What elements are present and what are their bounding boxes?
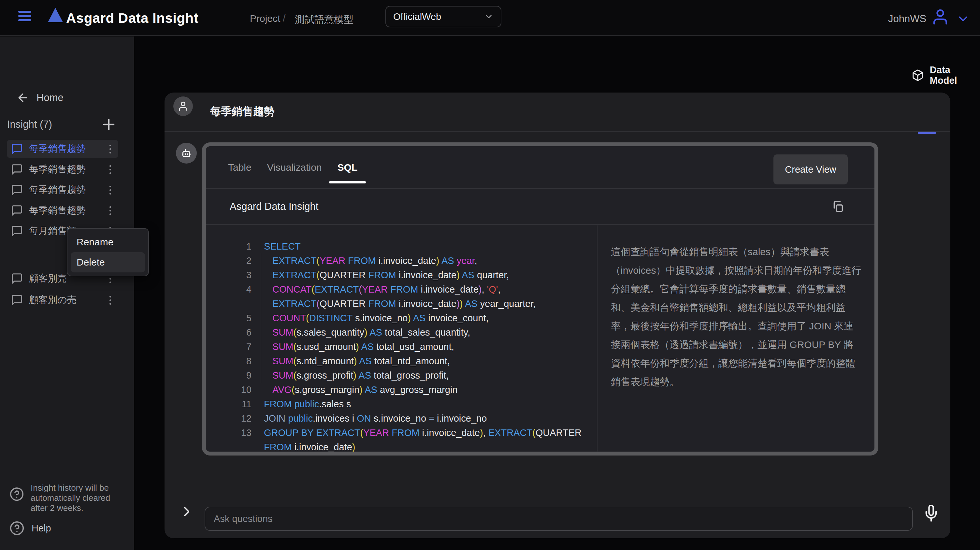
line-number: 10 xyxy=(206,383,262,397)
info-question-icon xyxy=(10,487,24,501)
tab-table[interactable]: Table xyxy=(228,146,251,189)
chat-bubble-icon xyxy=(11,272,23,285)
sql-code-line: 8SUM(s.ntd_amount) AS total_ntd_amount, xyxy=(206,354,597,368)
arrow-left-icon xyxy=(16,91,29,104)
sql-description: 這個查詢語句會從銷售明細表（sales）與請求書表（invoices）中提取數據… xyxy=(611,242,862,391)
sql-code-line: 13GROUP BY EXTRACT(YEAR FROM i.invoice_d… xyxy=(206,426,597,452)
context-menu-item-rename[interactable]: Rename xyxy=(71,232,145,252)
copy-icon[interactable] xyxy=(831,200,845,213)
context-menu: RenameDelete xyxy=(67,228,149,276)
line-number: 9 xyxy=(206,368,262,383)
main-area: Data Model 每季銷售趨勢 TableVisualizatio xyxy=(135,37,980,550)
insight-header: Insight (7) xyxy=(7,115,124,134)
project-select-value: OfficialWeb xyxy=(393,11,484,22)
line-number: 8 xyxy=(206,354,262,368)
sql-code-line: 1SELECT xyxy=(206,239,597,253)
insight-item-label: 每季銷售趨勢 xyxy=(29,142,105,156)
line-number: 5 xyxy=(206,311,262,325)
project-select-dropdown[interactable]: OfficialWeb xyxy=(385,6,501,27)
home-button[interactable]: Home xyxy=(16,91,64,104)
sql-code-line: 6SUM(s.sales_quantity) AS total_sales_qu… xyxy=(206,325,597,340)
item-kebab-menu-icon[interactable] xyxy=(105,293,116,307)
insight-item-label: 每季銷售趨勢 xyxy=(29,204,105,217)
scroll-indicator[interactable] xyxy=(918,132,936,134)
data-model-label: Data Model xyxy=(930,65,980,86)
insight-item-label: 每季銷售趨勢 xyxy=(29,163,105,176)
item-kebab-menu-icon[interactable] xyxy=(105,142,116,156)
expand-chevron-icon[interactable] xyxy=(179,504,194,519)
user-menu-chevron-icon[interactable] xyxy=(956,12,970,26)
sql-code-line: 11FROM public.sales s xyxy=(206,397,597,411)
breadcrumb-page[interactable]: 測試語意模型 xyxy=(295,13,353,26)
item-kebab-menu-icon[interactable] xyxy=(105,203,116,218)
person-icon xyxy=(178,101,189,112)
item-kebab-menu-icon[interactable] xyxy=(105,162,116,176)
header-divider xyxy=(164,131,950,132)
chat-bubble-icon xyxy=(11,225,23,237)
insight-list: 每季銷售趨勢每季銷售趨勢每季銷售趨勢每季銷售趨勢每月銷售額顧客別売顧客別の売 xyxy=(7,140,118,312)
sidebar-insight-item[interactable]: 每季銷售趨勢 xyxy=(7,160,118,178)
sidebar: Home Insight (7) 每季銷售趨勢每季銷售趨勢每季銷售趨勢每季銷售趨… xyxy=(0,37,134,550)
item-kebab-menu-icon[interactable] xyxy=(105,183,116,197)
tab-visualization[interactable]: Visualization xyxy=(267,146,322,189)
app-root: Asgard Data Insight Project / 測試語意模型 Off… xyxy=(0,0,980,550)
data-model-cube-icon xyxy=(912,69,924,81)
card-header-title: Asgard Data Insight xyxy=(230,201,318,213)
sidebar-insight-item[interactable]: 顧客別の売 xyxy=(7,291,118,309)
user-icon[interactable] xyxy=(931,8,950,26)
microphone-icon[interactable] xyxy=(923,504,940,524)
app-title: Asgard Data Insight xyxy=(66,10,199,26)
chat-bubble-icon xyxy=(11,184,23,196)
sql-result-card: TableVisualizationSQL Create View Asgard… xyxy=(202,142,878,456)
history-note-text: Insight history will be automatically cl… xyxy=(30,483,113,513)
add-insight-button[interactable] xyxy=(100,116,117,133)
assistant-avatar xyxy=(176,143,197,164)
context-menu-item-delete[interactable]: Delete xyxy=(71,252,145,272)
robot-icon xyxy=(180,147,192,159)
sql-code-line: 5COUNT(DISTINCT s.invoice_no) AS invoice… xyxy=(206,311,597,325)
chat-bubble-icon xyxy=(11,294,23,306)
card-body: 1SELECT2EXTRACT(YEAR FROM i.invoice_date… xyxy=(206,226,875,452)
sql-code-line: 9SUM(s.gross_profit) AS total_gross_prof… xyxy=(206,368,597,383)
card-header: Asgard Data Insight xyxy=(206,189,875,225)
indent-guide xyxy=(261,253,261,383)
line-number: 3 xyxy=(206,268,262,282)
help-label: Help xyxy=(32,523,51,534)
sidebar-insight-item[interactable]: 每季銷售趨勢 xyxy=(7,181,118,199)
home-label: Home xyxy=(37,92,64,103)
help-button[interactable]: Help xyxy=(10,521,51,536)
breadcrumb-separator: / xyxy=(283,13,286,24)
sql-code-line: 2EXTRACT(YEAR FROM i.invoice_date) AS ye… xyxy=(206,253,597,268)
sql-code-line: 7SUM(s.usd_amount) AS total_usd_amount, xyxy=(206,340,597,354)
sidebar-insight-item[interactable]: 每季銷售趨勢 xyxy=(7,201,118,219)
sql-code-line: 10AVG(s.gross_margin) AS avg_gross_margi… xyxy=(206,383,597,397)
topbar: Asgard Data Insight Project / 測試語意模型 Off… xyxy=(0,0,980,36)
sidebar-insight-item[interactable]: 每季銷售趨勢 xyxy=(7,140,118,158)
chat-bubble-icon xyxy=(11,204,23,217)
app-logo-icon xyxy=(48,8,63,22)
data-model-button[interactable]: Data Model xyxy=(912,65,980,86)
menu-icon[interactable] xyxy=(18,11,31,22)
chat-bubble-icon xyxy=(11,163,23,176)
tab-sql[interactable]: SQL xyxy=(337,146,358,189)
ask-questions-input[interactable] xyxy=(205,507,913,531)
line-number: 12 xyxy=(206,411,262,426)
code-description-divider xyxy=(597,226,598,452)
line-number: 7 xyxy=(206,340,262,354)
insight-item-label: 每季銷售趨勢 xyxy=(29,183,105,197)
sql-code-line: 4CONCAT(EXTRACT(YEAR FROM i.invoice_date… xyxy=(206,282,597,311)
sql-code-line: 12JOIN public.invoices i ON s.invoice_no… xyxy=(206,411,597,426)
history-note: Insight history will be automatically cl… xyxy=(10,483,117,513)
chat-bubble-icon xyxy=(11,143,23,155)
insight-count-label: Insight (7) xyxy=(7,119,52,130)
breadcrumb-project[interactable]: Project xyxy=(250,13,280,24)
chevron-down-icon xyxy=(484,12,493,22)
sql-code: 1SELECT2EXTRACT(YEAR FROM i.invoice_date… xyxy=(206,226,597,452)
line-number: 6 xyxy=(206,325,262,340)
line-number: 11 xyxy=(206,397,262,411)
line-number: 1 xyxy=(206,239,262,253)
line-number: 2 xyxy=(206,253,262,268)
chat-title: 每季銷售趨勢 xyxy=(210,104,275,119)
create-view-button[interactable]: Create View xyxy=(773,154,848,184)
line-number: 4 xyxy=(206,282,262,311)
